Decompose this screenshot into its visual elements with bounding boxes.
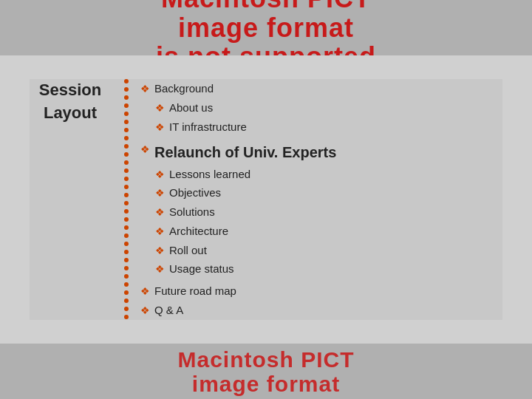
bullet-icon: ❖ <box>155 261 165 279</box>
list-item: ❖ Objectives <box>140 183 336 202</box>
item-label: Architecture <box>169 222 228 241</box>
item-label: About us <box>169 98 213 117</box>
list-item: ❖ Q & A <box>140 301 336 320</box>
item-label: IT infrastructure <box>169 117 247 137</box>
item-label: Relaunch of Univ. Experts <box>154 140 336 165</box>
list-item: ❖ Relaunch of Univ. Experts <box>140 140 336 165</box>
list-item: ❖ Usage status <box>140 259 336 279</box>
bullet-icon: ❖ <box>155 100 165 117</box>
item-label: Roll out <box>169 241 207 260</box>
bottom-banner: Macintosh PICT image format <box>0 344 532 399</box>
item-label: Usage status <box>169 259 234 279</box>
list-item: ❖ Background <box>140 79 336 98</box>
item-label: Objectives <box>169 183 221 202</box>
top-banner: Macintosh PICT image format is not suppo… <box>0 0 532 55</box>
bullet-icon: ❖ <box>140 141 150 159</box>
item-label: Future road map <box>154 282 236 301</box>
bullet-icon: ❖ <box>155 204 165 222</box>
item-label: Q & A <box>154 301 183 320</box>
list-item: ❖ Future road map <box>140 282 336 301</box>
main-content: Session Layout ❖ Background ❖ <box>0 55 532 344</box>
list-item: ❖ Lessons learned <box>140 165 336 184</box>
session-label: Session Layout <box>30 79 118 125</box>
list-item: ❖ About us <box>140 98 336 117</box>
list-item: ❖ IT infrastructure <box>140 117 336 137</box>
bullet-icon: ❖ <box>155 166 165 184</box>
bullet-icon: ❖ <box>140 283 150 301</box>
list-item: ❖ Architecture <box>140 222 336 241</box>
list-item: ❖ Solutions <box>140 202 336 222</box>
list-item: ❖ Roll out <box>140 241 336 260</box>
bullet-icon: ❖ <box>155 223 165 241</box>
bullet-icon: ❖ <box>155 185 165 202</box>
bottom-banner-text: Macintosh PICT image format <box>177 347 354 396</box>
item-label: Background <box>154 79 214 98</box>
menu-list: ❖ Background ❖ About us ❖ IT infrastruct… <box>134 79 336 320</box>
bullet-icon: ❖ <box>155 242 165 260</box>
card: Session Layout ❖ Background ❖ <box>30 79 502 320</box>
top-banner-text: Macintosh PICT image format is not suppo… <box>156 0 376 55</box>
bullet-icon: ❖ <box>155 119 165 137</box>
item-label: Solutions <box>169 202 215 222</box>
dotted-divider <box>118 79 134 319</box>
bullet-icon: ❖ <box>140 81 150 98</box>
bullet-icon: ❖ <box>140 302 150 320</box>
item-label: Lessons learned <box>169 165 250 184</box>
